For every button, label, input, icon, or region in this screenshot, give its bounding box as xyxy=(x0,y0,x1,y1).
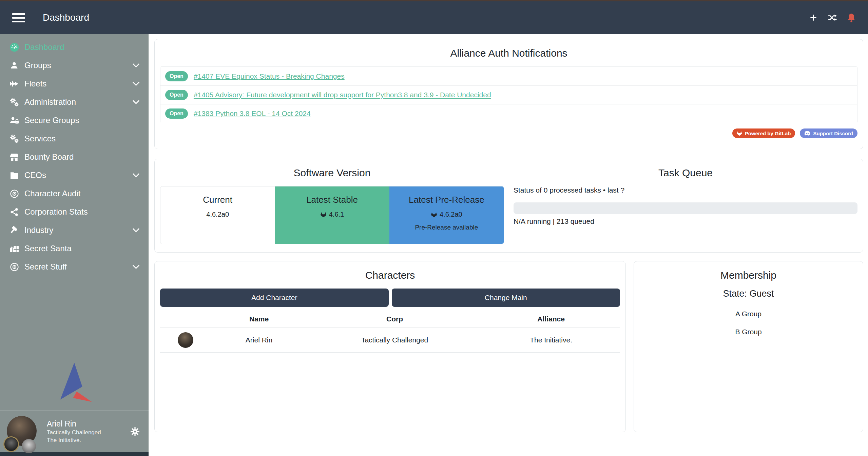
app-root: Dashboard xyxy=(0,0,868,456)
alliance-column-header: Alliance xyxy=(482,310,620,328)
corp-logo xyxy=(3,436,19,452)
top-navbar: Dashboard xyxy=(0,1,868,34)
user-alliance: The Initiative. xyxy=(47,437,101,444)
sidebar-item-label: Groups xyxy=(24,61,51,70)
sidebar-item-services[interactable]: Services xyxy=(0,130,149,148)
sidebar-item-groups[interactable]: Groups xyxy=(0,56,149,75)
sidebar-item-corporation-stats[interactable]: Corporation Stats xyxy=(0,203,149,221)
chevron-down-icon xyxy=(132,264,140,269)
character-name-cell: Ariel Rin xyxy=(211,328,307,353)
gitlab-tanuki-icon xyxy=(320,212,327,218)
sidebar-item-secure-groups[interactable]: Secure Groups xyxy=(0,111,149,130)
version-current-header: Current xyxy=(160,195,275,205)
fighter-jet-icon xyxy=(8,80,20,88)
sidebar-item-label: Fleets xyxy=(24,79,46,88)
discord-badge[interactable]: Support Discord xyxy=(800,128,857,138)
sidebar: Dashboard Groups xyxy=(0,34,149,456)
version-prerelease: Latest Pre-Release 4.6.2a0 Pre-Release a… xyxy=(389,186,504,244)
characters-table: Name Corp Alliance Ariel Rin Tactically … xyxy=(160,310,620,353)
sidebar-item-label: Administration xyxy=(24,97,76,107)
gifts-icon xyxy=(8,244,20,253)
sidebar-item-label: Industry xyxy=(24,225,53,235)
sidebar-item-fleets[interactable]: Fleets xyxy=(0,75,149,93)
notifications-panel: Alliance Auth Notifications Open #1407 E… xyxy=(154,39,863,149)
sidebar-item-label: Secret Stuff xyxy=(24,262,67,272)
sidebar-item-secret-stuff[interactable]: Secret Stuff xyxy=(0,258,149,276)
version-prerelease-header: Latest Pre-Release xyxy=(389,195,504,205)
notification-row: Open #1407 EVE Equinox Status - Breaking… xyxy=(160,67,857,85)
user-panel[interactable]: Ariel Rin Tactically Challenged The Init… xyxy=(0,411,149,452)
sidebar-item-label: Secure Groups xyxy=(24,116,79,125)
task-queue-counts: N/A running | 213 queued xyxy=(514,217,857,225)
notification-link[interactable]: #1405 Advisory: Future development will … xyxy=(194,91,491,99)
alliance-auth-logo xyxy=(54,362,94,404)
gitlab-tanuki-icon xyxy=(737,131,742,136)
menu-toggle-button[interactable] xyxy=(12,13,25,22)
notifications-list: Open #1407 EVE Equinox Status - Breaking… xyxy=(160,66,857,123)
avatar-column-header xyxy=(160,310,211,328)
membership-panel: Membership State: Guest A Group B Group xyxy=(634,261,863,432)
character-alliance-cell: The Initiative. xyxy=(482,328,620,353)
chevron-down-icon xyxy=(132,228,140,233)
membership-title: Membership xyxy=(639,261,857,281)
notification-row: Open #1405 Advisory: Future development … xyxy=(160,85,857,104)
alliance-logo xyxy=(22,439,36,453)
sidebar-item-label: CEOs xyxy=(24,171,46,180)
sidebar-item-secret-santa[interactable]: Secret Santa xyxy=(0,239,149,258)
character-corp-cell: Tactically Challenged xyxy=(307,328,482,353)
status-badge: Open xyxy=(165,90,188,100)
page-title: Dashboard xyxy=(43,12,89,23)
user-info: Ariel Rin Tactically Challenged The Init… xyxy=(47,419,101,444)
change-main-button[interactable]: Change Main xyxy=(392,289,620,307)
bell-icon[interactable] xyxy=(847,13,856,22)
share-icon xyxy=(8,208,20,216)
gitlab-badge[interactable]: Powered by GitLab xyxy=(732,128,795,138)
user-lock-icon xyxy=(8,116,20,124)
add-character-button[interactable]: Add Character xyxy=(160,289,389,307)
corp-column-header: Corp xyxy=(307,310,482,328)
add-character-icon[interactable] xyxy=(809,13,818,22)
sidebar-item-administration[interactable]: Administration xyxy=(0,93,149,111)
sidebar-item-ceos[interactable]: CEOs xyxy=(0,166,149,184)
software-version-title: Software Version xyxy=(160,159,504,179)
version-current: Current 4.6.2a0 xyxy=(160,186,275,244)
notification-link[interactable]: #1383 Python 3.8 EOL - 14 Oct 2024 xyxy=(194,110,311,118)
version-stable: Latest Stable 4.6.1 xyxy=(275,186,389,244)
status-badge: Open xyxy=(165,71,188,81)
sidebar-item-dashboard[interactable]: Dashboard xyxy=(0,38,149,56)
notification-row: Open #1383 Python 3.8 EOL - 14 Oct 2024 xyxy=(160,104,857,123)
version-current-value: 4.6.2a0 xyxy=(206,211,229,218)
version-stable-value: 4.6.1 xyxy=(329,211,344,218)
sidebar-item-industry[interactable]: Industry xyxy=(0,221,149,239)
eye-icon xyxy=(8,190,20,198)
sidebar-item-bounty-board[interactable]: Bounty Board xyxy=(0,148,149,166)
version-prerelease-value: 4.6.2a0 xyxy=(440,211,462,218)
gears-icon xyxy=(8,98,20,106)
notifications-footer: Powered by GitLab Support Discord xyxy=(160,128,857,138)
table-row: Ariel Rin Tactically Challenged The Init… xyxy=(160,328,620,353)
sidebar-footer-strip xyxy=(0,452,149,456)
sidebar-nav: Dashboard Groups xyxy=(0,34,149,276)
task-queue-title: Task Queue xyxy=(514,159,857,179)
prerelease-note: Pre-Release available xyxy=(389,224,504,231)
version-stable-header: Latest Stable xyxy=(275,195,389,205)
list-item: A Group xyxy=(639,305,857,323)
gear-icon[interactable] xyxy=(130,427,140,436)
shuffle-icon[interactable] xyxy=(827,13,837,22)
sidebar-item-label: Corporation Stats xyxy=(24,207,88,217)
software-version-section: Software Version Current 4.6.2a0 Latest … xyxy=(160,159,504,252)
software-version-box: Current 4.6.2a0 Latest Stable 4.6.1 Late… xyxy=(160,186,504,244)
task-progress-bar xyxy=(514,202,857,214)
notification-link[interactable]: #1407 EVE Equinox Status - Breaking Chan… xyxy=(194,72,345,80)
user-icon xyxy=(8,61,20,70)
navbar-actions xyxy=(809,13,856,22)
sidebar-item-character-audit[interactable]: Character Audit xyxy=(0,184,149,203)
chevron-down-icon xyxy=(132,81,140,86)
chevron-down-icon xyxy=(132,63,140,68)
character-avatar-cell xyxy=(160,328,211,353)
characters-buttons: Add Character Change Main xyxy=(160,289,620,307)
user-corp: Tactically Challenged xyxy=(47,429,101,436)
chevron-down-icon xyxy=(132,100,140,104)
membership-state: State: Guest xyxy=(639,289,857,299)
task-queue-section: Task Queue Status of 0 processed tasks •… xyxy=(514,159,857,252)
